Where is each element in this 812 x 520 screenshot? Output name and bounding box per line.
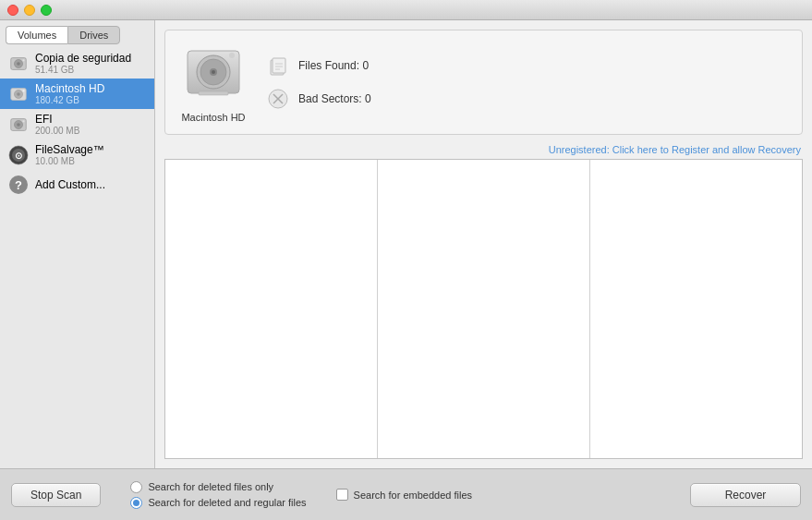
bad-sectors-row: Bad Sectors: 0 bbox=[265, 86, 371, 112]
macintosh-sub: 180.42 GB bbox=[35, 95, 104, 105]
svg-text:⊙: ⊙ bbox=[15, 151, 22, 161]
efi-name: EFI bbox=[35, 113, 79, 126]
bottom-bar: Stop Scan Search for deleted files only … bbox=[0, 468, 812, 520]
radio-dot-deleted-regular bbox=[130, 497, 142, 509]
filesalvage-name: FileSalvage™ bbox=[35, 143, 104, 156]
filesalvage-sub: 10.00 MB bbox=[35, 156, 104, 166]
bad-sectors-icon bbox=[265, 86, 291, 112]
minimize-button[interactable] bbox=[24, 5, 35, 16]
addcustom-text: Add Custom... bbox=[35, 178, 105, 191]
drive-stats: Files Found: 0 Bad Sectors: 0 bbox=[265, 53, 371, 112]
svg-point-6 bbox=[17, 92, 20, 96]
sidebar-item-macintosh[interactable]: Macintosh HD 180.42 GB bbox=[0, 79, 154, 109]
svg-rect-21 bbox=[199, 91, 228, 95]
radio-dot-deleted-only bbox=[130, 481, 142, 493]
drive-name-label: Macintosh HD bbox=[181, 112, 245, 123]
checkbox-embedded[interactable]: Search for embedded files bbox=[336, 489, 472, 501]
svg-point-20 bbox=[229, 53, 235, 58]
reg-link: Unregistered: Click here to Register and… bbox=[155, 144, 812, 159]
titlebar bbox=[0, 0, 812, 20]
svg-point-11 bbox=[22, 120, 24, 122]
recover-button[interactable]: Recover bbox=[690, 483, 801, 507]
bottom-center: Search for deleted files only Search for… bbox=[130, 481, 306, 509]
sidebar-item-efi[interactable]: EFI 200.00 MB bbox=[0, 109, 154, 139]
file-col-2 bbox=[378, 160, 590, 458]
checkbox-section: Search for embedded files bbox=[336, 489, 472, 501]
hd-icon-macintosh bbox=[7, 83, 30, 105]
svg-rect-23 bbox=[273, 58, 285, 73]
file-col-3 bbox=[590, 160, 802, 458]
efi-text: EFI 200.00 MB bbox=[35, 113, 79, 136]
hd-icon-efi bbox=[7, 114, 30, 136]
drive-info-panel: Macintosh HD Files Found: 0 bbox=[164, 30, 803, 135]
files-found-label: Files Found: 0 bbox=[298, 59, 369, 72]
filesalvage-text: FileSalvage™ 10.00 MB bbox=[35, 143, 104, 166]
traffic-lights bbox=[7, 5, 52, 16]
svg-point-3 bbox=[22, 59, 24, 61]
sidebar-list: Copia de seguridad 51.41 GB bbox=[0, 44, 154, 468]
reg-link-anchor[interactable]: Unregistered: Click here to Register and… bbox=[549, 144, 801, 155]
svg-point-7 bbox=[22, 90, 24, 91]
tab-volumes[interactable]: Volumes bbox=[6, 26, 67, 44]
tab-drives[interactable]: Drives bbox=[67, 26, 120, 44]
maximize-button[interactable] bbox=[41, 5, 52, 16]
sidebar: Volumes Drives Copia de seg bbox=[0, 20, 155, 468]
radio-deleted-only[interactable]: Search for deleted files only bbox=[130, 481, 306, 493]
copia-text: Copia de seguridad 51.41 GB bbox=[35, 52, 131, 75]
main-content: Volumes Drives Copia de seg bbox=[0, 20, 812, 468]
copia-name: Copia de seguridad bbox=[35, 52, 131, 65]
app-body: Volumes Drives Copia de seg bbox=[0, 20, 812, 520]
checkbox-label-embedded: Search for embedded files bbox=[354, 490, 472, 501]
close-button[interactable] bbox=[7, 5, 18, 16]
right-panel: Macintosh HD Files Found: 0 bbox=[155, 20, 812, 468]
addcustom-name: Add Custom... bbox=[35, 178, 105, 191]
efi-sub: 200.00 MB bbox=[35, 126, 79, 136]
radio-label-deleted-regular: Search for deleted and regular files bbox=[148, 497, 306, 508]
svg-point-2 bbox=[17, 62, 20, 66]
sidebar-item-copia[interactable]: Copia de seguridad 51.41 GB bbox=[0, 48, 154, 79]
sidebar-item-addcustom[interactable]: ? Add Custom... bbox=[0, 170, 154, 200]
svg-point-19 bbox=[212, 70, 215, 74]
macintosh-name: Macintosh HD bbox=[35, 82, 104, 95]
app-icon-filesalvage: ⊙ bbox=[7, 144, 30, 166]
files-icon bbox=[265, 53, 291, 79]
svg-point-10 bbox=[17, 123, 20, 127]
files-found-row: Files Found: 0 bbox=[265, 53, 371, 79]
radio-deleted-regular[interactable]: Search for deleted and regular files bbox=[130, 497, 306, 509]
question-icon: ? bbox=[7, 174, 30, 196]
checkbox-box-embedded bbox=[336, 489, 348, 501]
sidebar-tabs: Volumes Drives bbox=[0, 20, 154, 44]
sidebar-item-filesalvage[interactable]: ⊙ FileSalvage™ 10.00 MB bbox=[0, 139, 154, 170]
stop-scan-button[interactable]: Stop Scan bbox=[11, 483, 101, 507]
hd-icon-copia bbox=[7, 53, 30, 75]
file-list-area bbox=[164, 159, 803, 459]
radio-label-deleted-only: Search for deleted files only bbox=[148, 481, 273, 492]
bottom-left: Stop Scan bbox=[11, 483, 101, 507]
drive-icon-large: Macintosh HD bbox=[180, 42, 247, 123]
bad-sectors-label: Bad Sectors: 0 bbox=[298, 92, 371, 105]
copia-sub: 51.41 GB bbox=[35, 65, 131, 75]
bottom-right: Recover bbox=[690, 483, 801, 507]
macintosh-text: Macintosh HD 180.42 GB bbox=[35, 82, 104, 105]
file-col-1 bbox=[165, 160, 378, 458]
